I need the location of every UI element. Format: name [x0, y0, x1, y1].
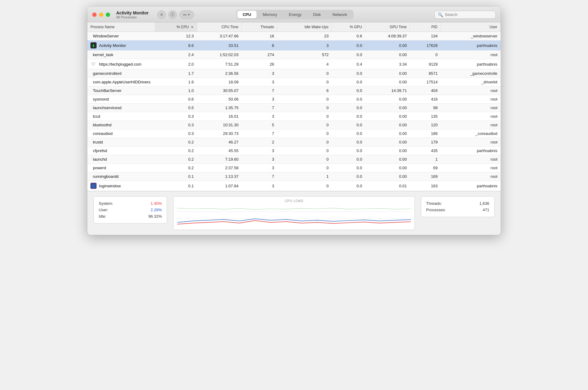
cpu-pct-cell: 1.0	[155, 86, 197, 95]
table-row[interactable]: 👤loginwindow0.11:07.84300.00.01163parths…	[87, 181, 501, 191]
process-name-cell: 👤loginwindow	[87, 181, 155, 191]
table-row[interactable]: 🛡https://techplugged.com2.07:51.292640.4…	[87, 59, 501, 69]
table-row[interactable]: sysmond0.650.06300.00.00416root	[87, 95, 501, 104]
process-name: kernel_task	[93, 52, 113, 57]
cpu-pct-cell: 0.2	[155, 147, 197, 155]
user-cell: _coreaudiod	[441, 129, 501, 138]
app-title-area: Activity Monitor All Processes	[116, 10, 149, 19]
col-user[interactable]: User	[441, 22, 501, 32]
tab-memory[interactable]: Memory	[257, 11, 283, 18]
table-row[interactable]: bluetoothd0.310:31.30500.00.00120root	[87, 121, 501, 129]
cpu-pct-cell: 0.2	[155, 138, 197, 147]
cpu-pct-cell: 0.1	[155, 181, 197, 191]
cpu-pct-cell: 2.0	[155, 59, 197, 69]
idle-wakeups-cell: 0	[277, 147, 332, 155]
process-name-cell: kernel_task	[87, 51, 155, 59]
gpu-time-cell: 0.00	[365, 78, 410, 86]
info-button[interactable]: ⓘ	[168, 10, 177, 19]
col-cpu-pct[interactable]: % CPU ▼	[155, 22, 197, 32]
cpu-time-cell: 1:07.84	[197, 181, 242, 191]
pid-cell: 134	[410, 32, 441, 40]
tab-network[interactable]: Network	[327, 11, 353, 18]
cpu-time-cell: 18.09	[197, 78, 242, 86]
search-area[interactable]: 🔍	[434, 11, 496, 19]
tab-cpu[interactable]: CPU	[237, 11, 257, 18]
threads-stat-row: Threads: 1,636	[426, 200, 489, 207]
gpu-pct-cell: 0.0	[332, 104, 365, 112]
table-row[interactable]: powerd0.22:37.58300.00.0069root	[87, 164, 501, 172]
gpu-time-cell: 14:39.71	[365, 86, 410, 95]
cpu-pct-cell: 8.6	[155, 40, 197, 51]
col-threads[interactable]: Threads	[242, 22, 277, 32]
gpu-time-cell: 0.00	[365, 172, 410, 181]
idle-wakeups-cell: 4	[277, 59, 332, 69]
user-cell: _driverkit	[441, 78, 501, 86]
table-row[interactable]: cfprefsd0.245.55300.00.00435parthsabnis	[87, 147, 501, 155]
table-row[interactable]: trustd0.246.27200.00.00179root	[87, 138, 501, 147]
cpu-time-cell: 16.01	[197, 112, 242, 121]
process-name: runningboardd	[93, 174, 119, 179]
tab-bar: CPU Memory Energy Disk Network	[236, 10, 354, 19]
cpu-pct-cell: 2.4	[155, 51, 197, 59]
idle-value: 96.32%	[148, 214, 162, 219]
threads-cell: 3	[242, 95, 277, 104]
pid-cell: 186	[410, 129, 441, 138]
gpu-time-cell: 0.01	[365, 181, 410, 191]
tab-disk[interactable]: Disk	[307, 11, 326, 18]
gpu-pct-cell: 0.0	[332, 181, 365, 191]
table-row[interactable]: gamecontrollerd1.72:36.56300.00.008571_g…	[87, 69, 501, 78]
gpu-time-cell: 0.00	[365, 155, 410, 164]
threads-value: 1,636	[479, 201, 489, 206]
process-name: gamecontrollerd	[93, 71, 121, 76]
gpu-pct-cell: 0.0	[332, 121, 365, 129]
more-button[interactable]: •••▼	[179, 10, 194, 19]
table-row[interactable]: runningboardd0.11:13.37710.00.00169root	[87, 172, 501, 181]
table-row[interactable]: TouchBarServer1.030:55.07760.014:39.7140…	[87, 86, 501, 95]
user-label: User:	[99, 208, 108, 212]
table-row[interactable]: WindowServer12.33:17:47.6616230.64:09:39…	[87, 32, 501, 40]
table-row[interactable]: launchservicesd0.51:35.75700.00.0098root	[87, 104, 501, 112]
col-pid[interactable]: PID	[410, 22, 441, 32]
idle-wakeups-cell: 23	[277, 32, 332, 40]
threads-cell: 3	[242, 112, 277, 121]
close-button[interactable]	[92, 13, 97, 17]
idle-wakeups-cell: 0	[277, 155, 332, 164]
col-cpu-time[interactable]: CPU Time	[197, 22, 242, 32]
table-row[interactable]: launchd0.27:19.60300.00.001root	[87, 155, 501, 164]
col-gpu-time[interactable]: GPU Time	[365, 22, 410, 32]
cpu-stats-left: System: 1.40% User: 2.28% Idle: 96.32%	[94, 196, 167, 224]
user-value: 2.28%	[151, 208, 162, 212]
threads-cell: 2	[242, 138, 277, 147]
maximize-button[interactable]	[106, 13, 110, 17]
gpu-pct-cell: 0.4	[332, 59, 365, 69]
search-icon: 🔍	[438, 12, 443, 17]
search-input[interactable]	[445, 12, 491, 17]
close-process-button[interactable]: ✕	[157, 10, 166, 19]
cpu-pct-cell: 0.2	[155, 155, 197, 164]
gpu-pct-cell: 0.0	[332, 172, 365, 181]
table-row[interactable]: kernel_task2.41:52:02.032745720.00.000ro…	[87, 51, 501, 59]
idle-wakeups-cell: 0	[277, 164, 332, 172]
table-row[interactable]: com.apple.AppleUserHIDDrivers1.618.09300…	[87, 78, 501, 86]
traffic-lights	[92, 13, 110, 17]
idle-wakeups-cell: 0	[277, 112, 332, 121]
process-name: cfprefsd	[93, 148, 107, 153]
titlebar: Activity Monitor All Processes ✕ ⓘ •••▼ …	[87, 6, 501, 22]
processes-stat-row: Processes: 471	[426, 207, 489, 213]
pid-cell: 435	[410, 147, 441, 155]
idle-label: Idle:	[99, 214, 106, 219]
gpu-pct-cell: 0.0	[332, 86, 365, 95]
threads-cell: 16	[242, 32, 277, 40]
table-row[interactable]: tccd0.316.01300.00.00135root	[87, 112, 501, 121]
process-table-container: Process Name % CPU ▼ CPU Time Threads Id…	[87, 22, 501, 191]
table-row[interactable]: coreaudiod0.329:30.73700.00.00186_coreau…	[87, 129, 501, 138]
table-row[interactable]: ▮Activity Monitor8.633.51630.00.0017628p…	[87, 40, 501, 51]
col-process-name[interactable]: Process Name	[87, 22, 155, 32]
user-cell: _windowserver	[441, 32, 501, 40]
toolbar-actions: ✕ ⓘ •••▼	[157, 10, 194, 19]
minimize-button[interactable]	[99, 13, 103, 17]
process-icon: ▮	[90, 42, 97, 48]
tab-energy[interactable]: Energy	[283, 11, 307, 18]
col-idle-wakeups[interactable]: Idle Wake-Ups	[277, 22, 332, 32]
col-gpu-pct[interactable]: % GPU	[332, 22, 365, 32]
